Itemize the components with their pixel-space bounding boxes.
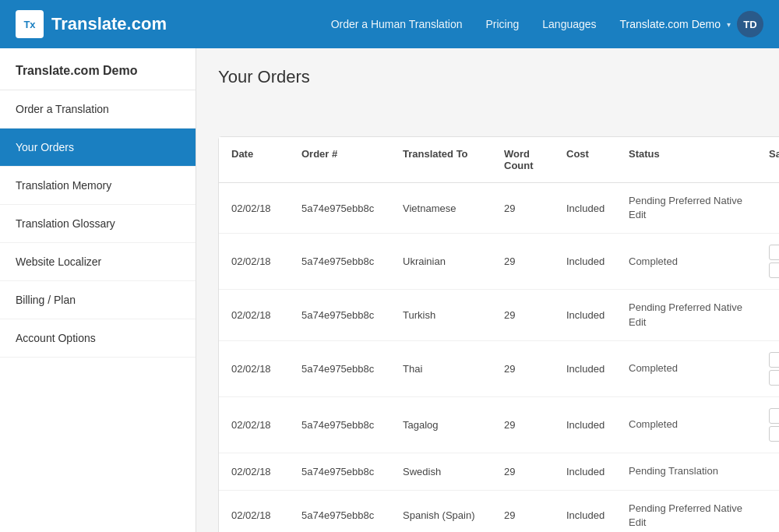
cell-cost: Included bbox=[566, 201, 629, 216]
cell-date: 02/02/18 bbox=[231, 508, 301, 523]
cell-word-count: 29 bbox=[504, 464, 566, 479]
cell-cost: Included bbox=[566, 508, 629, 523]
table-row: 02/02/18 5a74e975ebb8c Turkish 29 Includ… bbox=[219, 290, 779, 340]
cell-cost: Included bbox=[566, 254, 629, 269]
page-title: Your Orders bbox=[218, 67, 779, 87]
cell-cost: Included bbox=[566, 417, 629, 432]
cell-translated-to: Tagalog bbox=[403, 417, 504, 432]
header-nav: Order a Human Translation Pricing Langua… bbox=[331, 11, 763, 37]
header: Tx Translate.com Order a Human Translati… bbox=[0, 0, 779, 48]
cell-word-count: 29 bbox=[504, 508, 566, 523]
cell-order: 5a74e975ebb8c bbox=[301, 254, 403, 269]
table-row: 02/02/18 5a74e975ebb8c Ukrainian 29 Incl… bbox=[219, 234, 779, 290]
cell-status: Pending Translation bbox=[629, 464, 769, 478]
col-satisfied: Satisfied? bbox=[769, 145, 779, 174]
nav-order-human[interactable]: Order a Human Translation bbox=[331, 18, 463, 30]
col-order: Order # bbox=[301, 145, 403, 174]
cell-order: 5a74e975ebb8c bbox=[301, 508, 403, 523]
logo: Tx Translate.com bbox=[16, 10, 167, 38]
sidebar-item-translation-memory[interactable]: Translation Memory bbox=[0, 167, 196, 205]
no-button[interactable]: No bbox=[769, 370, 779, 386]
table-row: 02/02/18 5a74e975ebb8c Vietnamese 29 Inc… bbox=[219, 183, 779, 234]
cell-cost: Included bbox=[566, 361, 629, 376]
sidebar-account-name: Translate.com Demo bbox=[0, 48, 196, 90]
cell-order: 5a74e975ebb8c bbox=[301, 361, 403, 376]
cell-translated-to: Swedish bbox=[403, 464, 504, 479]
cell-order: 5a74e975ebb8c bbox=[301, 201, 403, 216]
layout: Translate.com Demo Order a Translation Y… bbox=[0, 48, 779, 532]
header-user[interactable]: Translate.com Demo ▾ TD bbox=[620, 11, 763, 37]
sidebar-item-website-localizer[interactable]: Website Localizer bbox=[0, 243, 196, 281]
col-word-count: WordCount bbox=[504, 145, 566, 174]
cell-satisfied: Yes No bbox=[769, 408, 779, 442]
header-user-name: Translate.com Demo bbox=[620, 18, 721, 30]
cell-word-count: 29 bbox=[504, 417, 566, 432]
main-content: Your Orders Show Columns ▾ Date Order # … bbox=[196, 48, 779, 532]
cell-satisfied: Yes No bbox=[769, 245, 779, 278]
yes-button[interactable]: Yes bbox=[769, 352, 779, 368]
cell-word-count: 29 bbox=[504, 254, 566, 269]
no-button[interactable]: No bbox=[769, 262, 779, 278]
table-row: 02/02/18 5a74e975ebb8c Spanish (Spain) 2… bbox=[219, 491, 779, 532]
nav-pricing[interactable]: Pricing bbox=[485, 18, 519, 30]
cell-word-count: 29 bbox=[504, 361, 566, 376]
cell-date: 02/02/18 bbox=[231, 417, 301, 432]
col-date: Date bbox=[231, 145, 301, 174]
avatar: TD bbox=[737, 11, 763, 37]
cell-word-count: 29 bbox=[504, 201, 566, 216]
cell-cost: Included bbox=[566, 464, 629, 479]
sidebar-item-translation-glossary[interactable]: Translation Glossary bbox=[0, 205, 196, 243]
cell-date: 02/02/18 bbox=[231, 254, 301, 269]
yes-button[interactable]: Yes bbox=[769, 408, 779, 424]
sidebar-item-order-translation[interactable]: Order a Translation bbox=[0, 90, 196, 129]
cell-status: Pending Preferred NativeEdit bbox=[629, 301, 769, 329]
table-row: 02/02/18 5a74e975ebb8c Tagalog 29 Includ… bbox=[219, 397, 779, 453]
col-status: Status bbox=[629, 145, 769, 174]
logo-icon: Tx bbox=[16, 10, 44, 38]
cell-date: 02/02/18 bbox=[231, 361, 301, 376]
cell-status: Completed bbox=[629, 361, 769, 375]
cell-translated-to: Vietnamese bbox=[403, 201, 504, 216]
nav-languages[interactable]: Languages bbox=[542, 18, 596, 30]
cell-translated-to: Thai bbox=[403, 361, 504, 376]
cell-date: 02/02/18 bbox=[231, 201, 301, 216]
cell-cost: Included bbox=[566, 308, 629, 322]
cell-translated-to: Ukrainian bbox=[403, 254, 504, 269]
cell-order: 5a74e975ebb8c bbox=[301, 308, 403, 322]
chevron-down-icon: ▾ bbox=[727, 20, 731, 29]
sidebar-item-account-options[interactable]: Account Options bbox=[0, 319, 196, 358]
col-translated-to: Translated To bbox=[403, 145, 504, 174]
cell-date: 02/02/18 bbox=[231, 464, 301, 479]
no-button[interactable]: No bbox=[769, 426, 779, 442]
sidebar-item-billing-plan[interactable]: Billing / Plan bbox=[0, 281, 196, 319]
sidebar: Translate.com Demo Order a Translation Y… bbox=[0, 48, 196, 532]
cell-status: Pending Preferred NativeEdit bbox=[629, 194, 769, 222]
cell-translated-to: Spanish (Spain) bbox=[403, 508, 504, 523]
toolbar: Show Columns ▾ bbox=[218, 100, 779, 124]
col-cost: Cost bbox=[566, 145, 629, 174]
cell-status: Completed bbox=[629, 255, 769, 269]
table-row: 02/02/18 5a74e975ebb8c Thai 29 Included … bbox=[219, 341, 779, 397]
orders-table: Date Order # Translated To WordCount Cos… bbox=[218, 136, 779, 532]
cell-date: 02/02/18 bbox=[231, 308, 301, 322]
yes-button[interactable]: Yes bbox=[769, 245, 779, 260]
cell-status: Completed bbox=[629, 417, 769, 432]
table-header: Date Order # Translated To WordCount Cos… bbox=[219, 137, 779, 183]
cell-satisfied: Yes No bbox=[769, 352, 779, 386]
cell-order: 5a74e975ebb8c bbox=[301, 417, 403, 432]
sidebar-item-your-orders[interactable]: Your Orders bbox=[0, 129, 196, 167]
cell-status: Pending Preferred NativeEdit bbox=[629, 502, 769, 530]
cell-word-count: 29 bbox=[504, 308, 566, 322]
cell-order: 5a74e975ebb8c bbox=[301, 464, 403, 479]
table-row: 02/02/18 5a74e975ebb8c Swedish 29 Includ… bbox=[219, 453, 779, 491]
logo-text: Translate.com bbox=[51, 14, 167, 34]
cell-translated-to: Turkish bbox=[403, 308, 504, 322]
